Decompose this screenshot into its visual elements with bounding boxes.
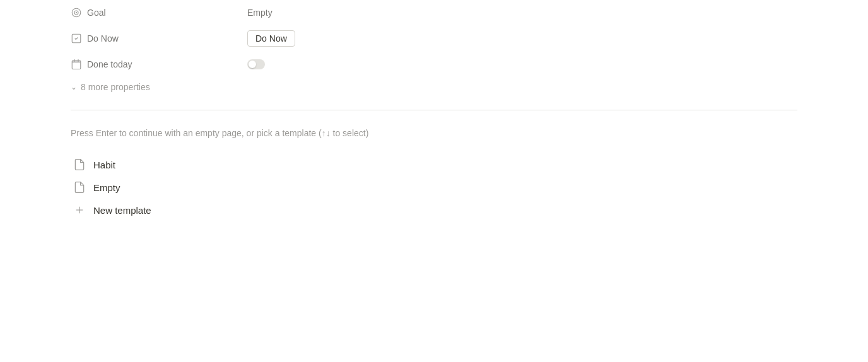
goal-value: Empty bbox=[247, 8, 273, 18]
template-list: Habit Empty New template bbox=[71, 153, 797, 221]
do-now-property-row: Do Now Do Now bbox=[71, 25, 797, 52]
more-properties-label: 8 more properties bbox=[81, 82, 150, 92]
goal-property-row: Goal Empty bbox=[71, 0, 797, 25]
new-template-item[interactable]: New template bbox=[71, 199, 797, 221]
svg-point-2 bbox=[76, 12, 77, 13]
plus-icon bbox=[73, 204, 86, 216]
done-today-label: Done today bbox=[71, 59, 247, 70]
do-now-label-text: Do Now bbox=[87, 33, 119, 44]
done-today-label-text: Done today bbox=[87, 59, 132, 69]
done-today-property-row: Done today bbox=[71, 52, 797, 77]
habit-template-label: Habit bbox=[93, 160, 115, 170]
done-today-icon bbox=[71, 59, 82, 70]
do-now-button[interactable]: Do Now bbox=[247, 30, 295, 47]
hint-text: Press Enter to continue with an empty pa… bbox=[71, 123, 797, 153]
do-now-label: Do Now bbox=[71, 33, 247, 44]
goal-icon bbox=[71, 7, 82, 18]
goal-label-text: Goal bbox=[87, 8, 106, 18]
chevron-down-icon: ⌄ bbox=[71, 83, 77, 91]
done-today-toggle[interactable] bbox=[247, 59, 265, 69]
habit-template-icon bbox=[73, 158, 86, 171]
more-properties-row[interactable]: ⌄ 8 more properties bbox=[71, 77, 797, 97]
do-now-icon bbox=[71, 33, 82, 44]
toggle-knob bbox=[249, 61, 256, 68]
template-item-empty[interactable]: Empty bbox=[71, 176, 797, 199]
divider bbox=[71, 110, 797, 110]
goal-label: Goal bbox=[71, 7, 247, 18]
svg-rect-5 bbox=[72, 61, 81, 63]
template-item-habit[interactable]: Habit bbox=[71, 153, 797, 176]
empty-template-icon bbox=[73, 181, 86, 194]
new-template-label: New template bbox=[93, 205, 151, 216]
empty-template-label: Empty bbox=[93, 182, 120, 193]
